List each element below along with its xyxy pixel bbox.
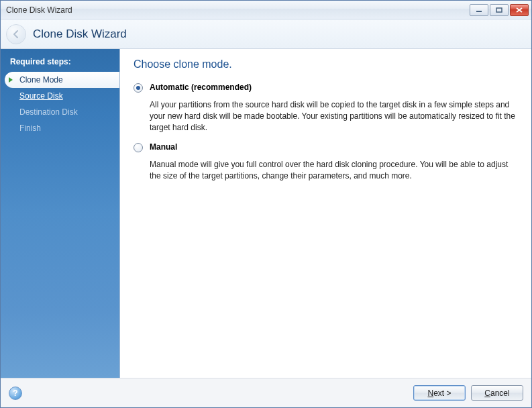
back-button: [6, 24, 26, 44]
window-title: Clone Disk Wizard: [6, 5, 470, 15]
step-finish: Finish: [1, 120, 119, 136]
sidebar-header: Required steps:: [1, 53, 119, 72]
step-source-disk[interactable]: Source Disk: [1, 88, 119, 104]
step-destination-disk: Destination Disk: [1, 104, 119, 120]
radio-automatic[interactable]: [134, 83, 143, 93]
sidebar: Required steps: Clone Mode Source Disk D…: [1, 49, 120, 378]
titlebar: Clone Disk Wizard: [1, 1, 531, 19]
option-automatic-desc: All your partitions from the source hard…: [134, 98, 518, 142]
main-content: Choose clone mode. Automatic (recommende…: [120, 49, 531, 378]
footer: ? Next > Cancel: [1, 378, 531, 407]
option-automatic-label: Automatic (recommended): [150, 83, 252, 92]
option-manual-label: Manual: [150, 142, 177, 152]
help-button[interactable]: ?: [9, 387, 22, 400]
option-manual-desc: Manual mode will give you full control o…: [134, 158, 518, 191]
close-button[interactable]: [510, 4, 529, 16]
maximize-button[interactable]: [490, 4, 509, 16]
next-button[interactable]: Next >: [413, 385, 466, 401]
wizard-window: Clone Disk Wizard Clone Disk Wizard Requ…: [0, 0, 532, 408]
page-title: Clone Disk Wizard: [33, 28, 127, 41]
window-controls: [470, 4, 529, 16]
body: Required steps: Clone Mode Source Disk D…: [1, 49, 531, 378]
header-band: Clone Disk Wizard: [1, 19, 531, 49]
step-clone-mode[interactable]: Clone Mode: [5, 72, 119, 88]
cancel-button[interactable]: Cancel: [471, 385, 523, 401]
main-heading: Choose clone mode.: [134, 58, 518, 70]
radio-manual[interactable]: [134, 143, 143, 152]
svg-rect-1: [496, 8, 502, 12]
option-automatic[interactable]: Automatic (recommended): [134, 83, 518, 93]
option-manual[interactable]: Manual: [134, 142, 518, 152]
minimize-button[interactable]: [470, 4, 488, 16]
